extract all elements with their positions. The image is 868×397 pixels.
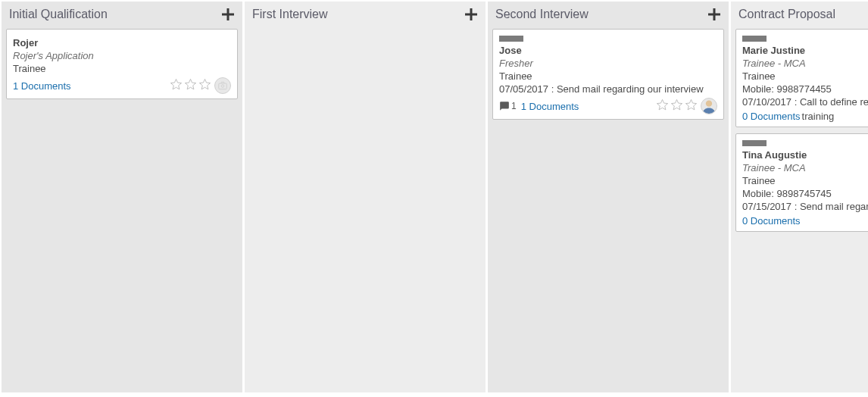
svg-marker-6 xyxy=(671,99,682,109)
application-subject: Rojer's Application xyxy=(13,50,231,61)
add-card-icon[interactable] xyxy=(464,8,478,21)
column-title: Second Interview xyxy=(495,8,589,21)
documents-link[interactable]: 1 Documents xyxy=(521,101,579,112)
star-icon[interactable] xyxy=(198,78,211,93)
priority-stars[interactable] xyxy=(656,98,698,114)
card-color-strip xyxy=(742,36,767,42)
job-title: Trainee xyxy=(742,70,868,82)
card-footer-left: 11 Documents xyxy=(499,101,579,112)
card-footer: 11 Documents xyxy=(499,98,717,114)
applicant-name: Rojer xyxy=(13,37,231,48)
applicant-name: Marie Justine xyxy=(742,45,868,56)
application-subject: Trainee - MCA xyxy=(742,162,868,173)
column-title: First Interview xyxy=(252,8,328,21)
application-subject: Trainee - MCA xyxy=(742,58,868,69)
add-card-icon[interactable] xyxy=(707,8,721,21)
kanban-column: Contract ProposalMarie JustineTrainee - … xyxy=(731,2,868,392)
svg-marker-2 xyxy=(199,79,210,89)
kanban-board[interactable]: Initial QualificationRojerRojer's Applic… xyxy=(0,0,868,397)
documents-link[interactable]: 1 Documents xyxy=(13,80,71,92)
schedule-line: 07/05/2017 : Send mail regarding our int… xyxy=(499,83,717,95)
job-title: Trainee xyxy=(742,175,868,186)
card-footer-left: 0 Documents xyxy=(742,215,801,227)
kanban-column: Second InterviewJoseFresherTrainee07/05/… xyxy=(488,2,729,392)
camera-icon[interactable] xyxy=(214,77,231,94)
documents-link[interactable]: 0 Documents xyxy=(742,111,801,122)
applicant-name: Jose xyxy=(499,45,717,56)
comment-count: 1 xyxy=(511,101,517,111)
add-card-icon[interactable] xyxy=(221,8,235,21)
svg-marker-7 xyxy=(685,99,696,109)
kanban-column: Initial QualificationRojerRojer's Applic… xyxy=(2,2,242,392)
column-header: Contract Proposal xyxy=(731,2,868,29)
card-footer-left: 0 Documentstraining xyxy=(742,111,834,122)
kanban-card[interactable]: JoseFresherTrainee07/05/2017 : Send mail… xyxy=(492,29,724,120)
svg-marker-1 xyxy=(185,79,195,89)
card-footer: 1 Documents xyxy=(13,77,231,94)
star-icon[interactable] xyxy=(170,78,183,93)
card-footer: 0 Documents xyxy=(742,215,868,227)
column-title: Contract Proposal xyxy=(738,8,835,21)
card-color-strip xyxy=(742,140,767,146)
card-footer: 0 Documentstraining xyxy=(742,111,868,122)
card-color-strip xyxy=(499,36,523,42)
svg-marker-5 xyxy=(657,99,667,109)
kanban-column: First Interview xyxy=(245,2,486,392)
star-icon[interactable] xyxy=(656,98,669,114)
priority-stars[interactable] xyxy=(170,78,211,93)
column-title: Initial Qualification xyxy=(9,8,108,21)
avatar[interactable] xyxy=(701,98,717,114)
svg-point-8 xyxy=(706,101,712,107)
star-icon[interactable] xyxy=(670,98,683,114)
svg-point-4 xyxy=(221,85,224,88)
column-header: Second Interview xyxy=(488,2,729,29)
schedule-line: 07/10/2017 : Call to define real xyxy=(742,96,868,108)
star-icon[interactable] xyxy=(685,98,698,114)
extra-text: training xyxy=(802,111,835,122)
kanban-card[interactable]: RojerRojer's ApplicationTrainee1 Documen… xyxy=(6,29,238,99)
documents-link[interactable]: 0 Documents xyxy=(742,215,801,227)
mobile-line: Mobile: 9898745745 xyxy=(742,188,868,199)
mobile-line: Mobile: 9988774455 xyxy=(742,83,868,95)
column-header: First Interview xyxy=(245,2,486,29)
svg-marker-0 xyxy=(170,79,181,89)
applicant-name: Tina Augustie xyxy=(742,149,868,161)
job-title: Trainee xyxy=(13,63,231,74)
schedule-line: 07/15/2017 : Send mail regarding xyxy=(742,201,868,212)
column-header: Initial Qualification xyxy=(2,2,242,29)
card-footer-left: 1 Documents xyxy=(13,80,71,92)
application-subject: Fresher xyxy=(499,58,717,69)
kanban-card[interactable]: Marie JustineTrainee - MCATraineeMobile:… xyxy=(735,29,868,127)
svg-rect-3 xyxy=(219,83,227,89)
comment-icon[interactable] xyxy=(499,101,510,111)
job-title: Trainee xyxy=(499,70,717,82)
kanban-card[interactable]: Tina AugustieTrainee - MCATraineeMobile:… xyxy=(735,133,868,232)
star-icon[interactable] xyxy=(184,78,197,93)
